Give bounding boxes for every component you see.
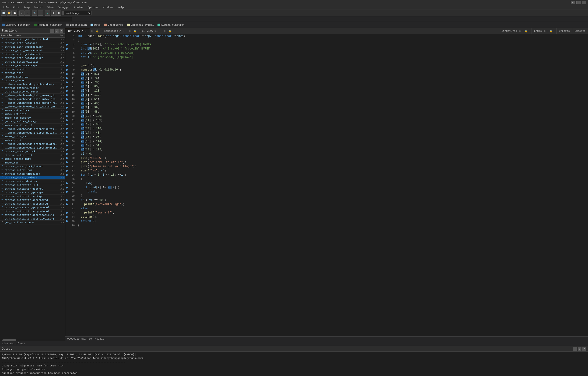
code-line[interactable]: 22 v5[12] = 95; xyxy=(65,122,588,127)
code-line[interactable]: 5 int v6; // [rsp+228h] [rbp+1A8h] xyxy=(65,51,588,55)
find-button[interactable]: 🔍 xyxy=(32,11,37,16)
code-line[interactable]: 36 ++v6; xyxy=(65,181,588,185)
code-line[interactable]: 18 v5[8] = 99; xyxy=(65,106,588,110)
code-line[interactable]: 2 { xyxy=(65,38,588,43)
code-line[interactable]: 11 v5[1] = 76; xyxy=(65,76,588,80)
code-line[interactable]: 31 puts("welcome to ctf re"); xyxy=(65,160,588,165)
function-row[interactable]: f mutex_ref .te xyxy=(0,161,65,165)
function-row[interactable]: f pthread_setconcurrency .te xyxy=(0,90,65,94)
output-close-button[interactable]: ✕ xyxy=(582,347,586,351)
function-row[interactable]: f pthread_mutexattr_setprotocol .te xyxy=(0,210,65,213)
code-line[interactable]: 20 v5[10] = 109; xyxy=(65,114,588,118)
run-button[interactable]: ▶ xyxy=(45,11,50,16)
function-row[interactable]: f __shmem_winthreads_init_mutex_global_s… xyxy=(0,97,65,101)
code-line[interactable]: 25 v5[15] = 95; xyxy=(65,135,588,139)
function-row[interactable]: f pthread_setcanceltype .te xyxy=(0,64,65,67)
tab-exports[interactable]: Exports xyxy=(572,28,588,34)
function-row[interactable]: f mutex_static_init .te xyxy=(0,157,65,161)
code-line[interactable]: 28 v5[18] = 125; xyxy=(65,148,588,152)
hex-extra[interactable]: ⊕ xyxy=(163,29,167,33)
code-area[interactable]: 1 int __cdecl main(int argc, const char … xyxy=(65,34,588,336)
function-row[interactable]: f mutex_ref_init .te xyxy=(0,112,65,116)
functions-scrollbar-h[interactable] xyxy=(0,339,65,341)
function-row[interactable]: f _pthread_tryjoin .te xyxy=(0,75,65,79)
code-line[interactable]: 41 printf(aYesYouAreRight); xyxy=(65,202,588,206)
code-line[interactable]: 33 scanf("%s", v4); xyxy=(65,169,588,173)
hex-lock[interactable]: 🔒 xyxy=(167,29,173,33)
code-line[interactable]: 43 printf("sorry !"); xyxy=(65,211,588,215)
stop-button[interactable]: ⏹ xyxy=(56,11,61,16)
menu-lumina[interactable]: Lumina xyxy=(72,6,85,9)
tab-pseudocode-close[interactable]: ✕ xyxy=(122,29,125,33)
struct-lock[interactable]: 🔒 xyxy=(523,29,529,33)
code-line[interactable]: 23 v5[13] = 116; xyxy=(65,127,588,131)
function-row[interactable]: f pthread_detach .te xyxy=(0,79,65,82)
code-line[interactable]: 13 v5[3] = 85; xyxy=(65,85,588,89)
menu-jump[interactable]: Jump xyxy=(22,6,32,9)
function-row[interactable]: f pthread_mutex_destroy .te xyxy=(0,180,65,183)
save-button[interactable]: 💾 xyxy=(12,11,17,16)
function-row[interactable]: f __shmem_winthreads_grabber_mxattr_recu… xyxy=(0,142,65,146)
code-line[interactable]: 27 v5[17] = 51; xyxy=(65,144,588,148)
function-row[interactable]: f pthread_mutexattr_getprioceiling .te xyxy=(0,213,65,217)
code-line[interactable]: 17 v5[7] = 49; xyxy=(65,101,588,106)
tab-structures[interactable]: Structures ⊕ 🔒 xyxy=(499,28,532,34)
tab-enums[interactable]: Enums ⊕ 🔒 xyxy=(532,28,557,34)
new-button[interactable]: 📄 xyxy=(1,11,6,16)
function-row[interactable]: f pthread_mutex_lock .te xyxy=(0,168,65,172)
tab-hex-view-close[interactable]: ✕ xyxy=(157,29,160,33)
close-button[interactable]: ✕ xyxy=(582,1,586,4)
open-button[interactable]: 📂 xyxy=(7,11,12,16)
function-row[interactable]: f pthread_mutexattr_settype .te xyxy=(0,195,65,198)
code-line[interactable]: 24 v5[14] = 48; xyxy=(65,131,588,135)
code-line[interactable]: 38 break; xyxy=(65,190,588,194)
code-line[interactable]: 10 v5[0] = 81; xyxy=(65,72,588,76)
function-row[interactable]: f pthread_attr_getinheritsched .te xyxy=(0,38,65,41)
redo-button[interactable]: ↪ xyxy=(25,11,30,16)
code-line[interactable]: 32 puts("please in put your flag:"); xyxy=(65,165,588,169)
function-row[interactable]: f mutex_ref_unlock .te xyxy=(0,109,65,112)
code-line[interactable]: 39 } xyxy=(65,194,588,198)
function-row[interactable]: f pthread_mutex_timedlock .te xyxy=(0,172,65,176)
code-line[interactable]: 15 v5[5] = 119; xyxy=(65,93,588,97)
nav-input[interactable] xyxy=(2,17,72,21)
code-line[interactable]: 46 } xyxy=(65,223,588,227)
code-line[interactable]: 19 v5[9] = 48; xyxy=(65,110,588,114)
code-line[interactable]: 35 { xyxy=(65,177,588,181)
minimize-button[interactable]: – xyxy=(571,1,575,4)
function-row[interactable]: f pthread_mutex_trylock .te xyxy=(0,176,65,180)
pseudo-extra[interactable]: ⊕ xyxy=(128,29,132,33)
code-line[interactable]: 42 else xyxy=(65,206,588,211)
enums-extra[interactable]: ⊕ xyxy=(543,29,547,33)
function-row[interactable]: f pthread_attr_getstacksize .te xyxy=(0,53,65,56)
panel-max-button[interactable]: □ xyxy=(55,29,59,33)
function-row[interactable]: f pthread_attr_setstacksize .te xyxy=(0,56,65,60)
code-line[interactable]: 44 getchar(); xyxy=(65,215,588,219)
enums-lock[interactable]: 🔒 xyxy=(548,29,554,33)
function-row[interactable]: f pthread_mutexattr_setpshared .te xyxy=(0,202,65,206)
function-row[interactable]: f pthread_join .te xyxy=(0,71,65,75)
code-line[interactable]: 37 if ( v4[i] != v5[i] ) xyxy=(65,185,588,190)
code-line[interactable]: 26 v5[16] = 114; xyxy=(65,139,588,144)
function-row[interactable]: f pthread_mutexattr_gettype .te xyxy=(0,191,65,195)
function-row[interactable]: f pthread_mutexattr_init .te xyxy=(0,183,65,187)
function-row[interactable]: f pthread_mutex_unlock .te xyxy=(0,150,65,154)
maximize-button[interactable]: □ xyxy=(576,1,580,4)
tab-ida-view-close[interactable]: ✕ xyxy=(84,29,87,33)
tab-ida-view[interactable]: IDA View-A ✕ xyxy=(65,28,90,34)
menu-search[interactable]: Search xyxy=(32,6,45,9)
function-row[interactable]: f __shmem_winthreads_grabber_mutex_globa… xyxy=(0,131,65,135)
code-line[interactable]: 6 int i; // [rsp+22Ch] [rbp+1ACh] xyxy=(65,55,588,59)
code-line[interactable]: 29 v6 = 0; xyxy=(65,152,588,156)
menu-file[interactable]: File xyxy=(1,6,11,9)
function-row[interactable]: f mutex_print_set .te xyxy=(0,135,65,138)
code-line[interactable]: 21 v5[11] = 101; xyxy=(65,118,588,122)
tab-hex-view[interactable]: Hex View-1 ✕ xyxy=(138,28,163,34)
function-row[interactable]: f mutex_print .te xyxy=(0,138,65,142)
tab-imports[interactable]: Imports xyxy=(557,28,572,34)
code-line[interactable]: 8 _main(); xyxy=(65,64,588,68)
function-row[interactable]: f __shmem_winthreads_grabber_dummy_concu… xyxy=(0,82,65,86)
tab-pseudocode[interactable]: Pseudocode-A ✕ xyxy=(100,28,128,34)
functions-list[interactable]: f pthread_attr_getinheritsched .te f pth… xyxy=(0,38,65,339)
function-row[interactable]: f pthread_attr_setstackaddr .te xyxy=(0,49,65,53)
